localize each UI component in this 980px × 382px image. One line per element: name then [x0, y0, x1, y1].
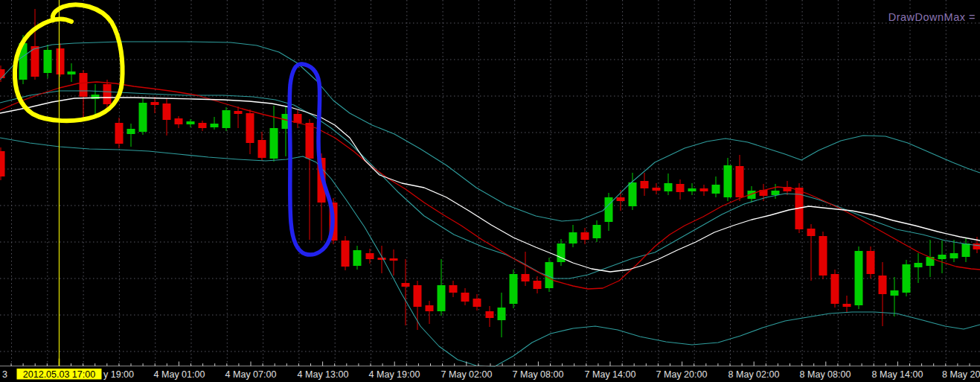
candle — [222, 107, 231, 131]
time-axis-label: 8 May 02:00 — [728, 369, 780, 380]
time-axis-label: 4 May 19:00 — [369, 369, 420, 380]
trading-chart-window: 32012.05.03 17:00y 19:004 May 01:004 May… — [0, 0, 980, 382]
drawdown-comment-label: DrawDownMax = — [888, 11, 976, 23]
time-axis-label: 8 May 20: — [942, 369, 980, 380]
candle — [342, 236, 350, 270]
time-axis-label: 7 May 08:00 — [513, 369, 564, 380]
time-axis-label: 7 May 14:00 — [585, 369, 636, 380]
time-axis-label: 4 May 13:00 — [298, 369, 349, 380]
candle — [831, 270, 839, 308]
candle — [867, 246, 875, 278]
time-axis-label: 4 May 01:00 — [154, 369, 205, 380]
time-axis-label: 2012.05.03 17:00 — [23, 369, 95, 380]
candlestick-chart-canvas[interactable]: 32012.05.03 17:00y 19:004 May 01:004 May… — [0, 0, 980, 382]
candle — [545, 258, 554, 292]
time-axis-label: 3 — [2, 369, 7, 380]
candle — [510, 270, 518, 308]
time-axis-label: 8 May 14:00 — [872, 369, 923, 380]
time-axis-label: 7 May 02:00 — [441, 369, 493, 380]
candle — [855, 246, 863, 309]
candle — [819, 232, 827, 279]
time-axis-label: 4 May 07:00 — [225, 369, 277, 380]
time-axis-label: 8 May 08:00 — [800, 369, 851, 380]
time-axis-label: 7 May 20:00 — [656, 369, 708, 380]
time-axis-label: y 19:00 — [103, 369, 134, 380]
candle — [0, 147, 5, 180]
candle — [903, 260, 911, 296]
candle — [139, 98, 147, 135]
